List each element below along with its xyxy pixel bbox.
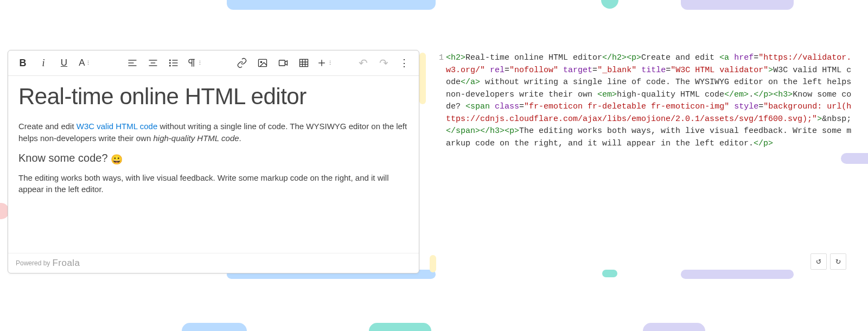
code-token: "nofollow" [509, 66, 558, 75]
align-left-icon [127, 58, 138, 68]
insert-link-button[interactable] [232, 53, 252, 73]
insert-video-button[interactable] [273, 53, 293, 73]
content-paragraph[interactable]: Create and edit W3C valid HTML code with… [18, 120, 409, 144]
editor-toolbar: B i U A⋮ ⋮ [8, 50, 419, 76]
redo-button[interactable]: ↷ [373, 53, 394, 73]
code-token: </p><h3> [754, 90, 793, 99]
svg-rect-14 [279, 60, 285, 66]
link-icon [237, 58, 247, 68]
code-token: > [768, 66, 773, 75]
code-editor-panel[interactable]: 1 <h2>Real-time online HTML editor</h2><… [434, 52, 852, 272]
code-token: <em> [597, 90, 617, 99]
code-token: Create and edit [641, 53, 719, 62]
code-token: . [749, 90, 754, 99]
text-run: Know some code? [18, 152, 111, 164]
code-token: </h2><p> [602, 53, 641, 62]
table-icon [298, 58, 309, 68]
code-token: > [817, 114, 822, 124]
code-token: <a [719, 53, 729, 62]
image-icon [257, 58, 268, 68]
svg-point-7 [170, 62, 171, 63]
paragraph-format-button[interactable]: ⋮ [184, 53, 205, 73]
text-run: Create and edit [18, 122, 76, 131]
deco-shape [369, 323, 431, 331]
list-button[interactable] [163, 53, 184, 73]
pilcrow-icon [186, 58, 197, 68]
svg-rect-15 [300, 59, 308, 66]
list-icon [168, 58, 179, 68]
underline-icon: U [61, 58, 67, 68]
deco-shape [419, 53, 426, 104]
code-token: <span [465, 102, 490, 111]
deco-shape [601, 0, 618, 9]
brand-name[interactable]: Froala [52, 258, 80, 269]
redo-icon: ↻ [835, 256, 841, 268]
svg-point-8 [170, 65, 171, 66]
wysiwyg-editor-panel: B i U A⋮ ⋮ [8, 50, 419, 273]
code-redo-button[interactable]: ↻ [830, 253, 846, 270]
code-token: href [734, 53, 754, 62]
deco-shape [681, 0, 794, 10]
align-center-button[interactable] [143, 53, 163, 73]
code-token: "_blank" [597, 66, 636, 75]
undo-button[interactable]: ↶ [353, 53, 373, 73]
deco-shape [182, 323, 247, 331]
content-emphasis: high-quality HTML code [153, 133, 239, 143]
code-token: </p> [754, 139, 773, 148]
bold-button[interactable]: B [12, 53, 33, 73]
content-subheading[interactable]: Know some code? 😀 [18, 152, 409, 166]
code-token: title [641, 66, 666, 75]
code-token: </em> [724, 90, 749, 99]
code-token: style [734, 102, 758, 111]
code-content[interactable]: <h2>Real-time online HTML editor</h2><p>… [446, 52, 852, 150]
content-paragraph[interactable]: The editing works both ways, with live v… [18, 172, 409, 196]
editor-footer: Powered by Froala [8, 253, 419, 273]
code-token: </a> [461, 78, 480, 87]
more-button[interactable]: ⋮ [394, 53, 414, 73]
code-controls: ↺ ↻ [810, 253, 846, 270]
text-run: . [239, 133, 241, 143]
insert-table-button[interactable] [293, 53, 314, 73]
svg-rect-12 [259, 59, 267, 66]
code-token: <h2> [446, 53, 465, 62]
align-left-button[interactable] [122, 53, 143, 73]
editor-content-area[interactable]: Real-time online HTML editor Create and … [8, 76, 419, 253]
underline-button[interactable]: U [54, 53, 74, 73]
content-link[interactable]: W3C valid HTML code [76, 122, 158, 131]
deco-shape [643, 323, 705, 331]
more-icon: ⋮ [399, 57, 409, 69]
text-style-button[interactable]: A⋮ [74, 53, 95, 73]
svg-point-6 [170, 60, 171, 61]
redo-icon: ↷ [379, 56, 388, 69]
code-token: "W3C HTML validator" [671, 66, 768, 75]
bold-icon: B [20, 58, 27, 69]
video-icon [278, 58, 289, 68]
align-center-icon [148, 58, 158, 68]
powered-by-label: Powered by [16, 259, 50, 267]
code-token: rel [490, 66, 505, 75]
grinning-emoji-icon: 😀 [111, 154, 123, 165]
undo-icon: ↶ [359, 56, 368, 69]
text-style-icon: A [79, 58, 85, 68]
svg-point-13 [260, 61, 262, 63]
italic-button[interactable]: i [33, 53, 54, 73]
code-token: target [563, 66, 592, 75]
code-token: "fr-emoticon fr-deletable fr-emoticon-im… [524, 102, 729, 111]
content-heading[interactable]: Real-time online HTML editor [18, 84, 409, 110]
deco-shape [227, 0, 436, 10]
code-token: Real-time online HTML editor [465, 53, 602, 62]
line-number: 1 [434, 52, 444, 65]
plus-icon [316, 58, 327, 68]
code-token: high-quality HTML code [617, 90, 724, 99]
code-token: </span></h3><p> [446, 126, 519, 136]
code-undo-button[interactable]: ↺ [810, 253, 827, 270]
code-gutter: 1 [434, 52, 444, 65]
insert-more-button[interactable]: ⋮ [314, 53, 335, 73]
undo-icon: ↺ [816, 256, 821, 268]
insert-image-button[interactable] [252, 53, 273, 73]
italic-icon: i [42, 58, 44, 69]
code-token: &nbsp; [822, 114, 851, 124]
code-token: class [495, 102, 519, 111]
